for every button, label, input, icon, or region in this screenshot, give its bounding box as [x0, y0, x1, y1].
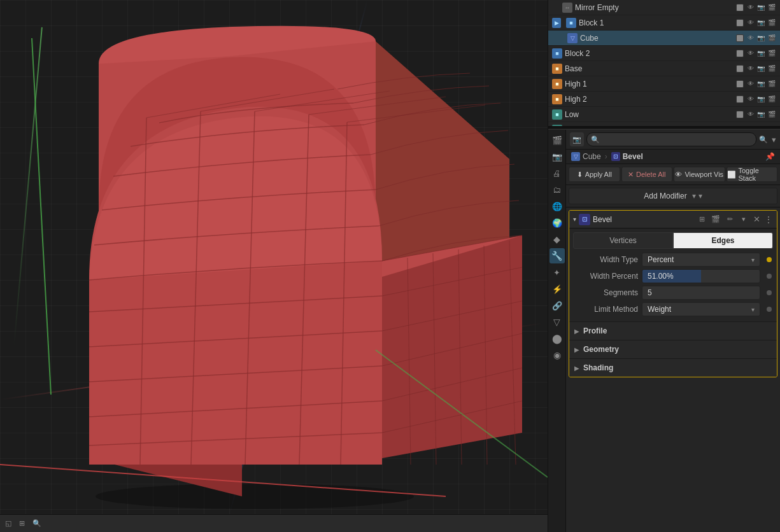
bevel-render-icon[interactable]: 🎬	[710, 214, 721, 225]
geometry-arrow-icon: ▶	[574, 346, 579, 353]
outliner-item-final[interactable]: ■ Final 👁 📷 🎬	[548, 122, 780, 127]
width-percent-row: Width Percent 51.00%	[569, 268, 777, 284]
object-prop-icon[interactable]: ◆	[550, 232, 565, 247]
bevel-modifier-header: ▾ ⊡ Bevel ⊞ 🎬 ✏ ▾ ✕ ⋮	[569, 211, 777, 228]
block1-vis-checkbox[interactable]	[736, 19, 744, 27]
outliner-item-high2[interactable]: ■ High 2 👁 📷 🎬	[548, 92, 780, 107]
vertices-tab-label: Vertices	[609, 236, 637, 245]
breadcrumb-bevel[interactable]: ⊡ Bevel	[611, 152, 643, 161]
render-prop-icon[interactable]: 📷	[550, 149, 565, 164]
svg-line-37	[32, 38, 51, 395]
shading-collapse-header[interactable]: ▶ Shading	[569, 359, 777, 377]
output-prop-icon[interactable]: 🖨	[550, 165, 565, 181]
constraints-icon[interactable]: 🔗	[550, 298, 565, 313]
physics-icon[interactable]: ⚡	[550, 281, 565, 297]
cube-actions: 👁 📷 🎬	[736, 34, 776, 42]
cube-eye-icon[interactable]: 👁	[747, 34, 755, 41]
block2-cam-icon[interactable]: 📷	[756, 50, 765, 57]
bevel-close-button[interactable]: ✕	[752, 214, 762, 224]
base-render-icon[interactable]: 🎬	[767, 65, 776, 72]
scene-prop-icon[interactable]: 🎬	[550, 132, 565, 148]
breadcrumb: ▽ Cube › ⊡ Bevel 📌	[566, 150, 780, 164]
segments-keyframe-dot[interactable]	[767, 290, 772, 295]
outliner-item-cube[interactable]: ▽ Cube 👁 📷 🎬	[548, 31, 780, 46]
block1-render-icon[interactable]: 🎬	[767, 19, 776, 26]
limit-method-keyframe-dot[interactable]	[767, 307, 772, 312]
block2-render-icon[interactable]: 🎬	[767, 50, 776, 57]
bevel-expand-icon[interactable]: ▾	[573, 216, 576, 223]
modifier-action-buttons: ⬇ Apply All ✕ Delete All 👁 Viewport Vis …	[566, 164, 780, 185]
prop-dropdown-icon[interactable]: ▾	[772, 135, 776, 144]
mirror-empty-actions: 👁 📷 🎬	[736, 4, 776, 11]
geometry-collapse-header[interactable]: ▶ Geometry	[569, 340, 777, 358]
property-search-input[interactable]	[586, 132, 756, 146]
viewport-zoom-icon[interactable]: 🔍	[32, 519, 41, 528]
breadcrumb-cube[interactable]: ▽ Cube	[571, 152, 601, 161]
base-cam-icon[interactable]: 📷	[756, 65, 765, 72]
render-icon[interactable]: 🎬	[767, 4, 776, 11]
outliner-item-high1[interactable]: ■ High 1 👁 📷 🎬	[548, 76, 780, 92]
cube-mesh-icon: ▽	[567, 33, 578, 43]
block2-eye-icon[interactable]: 👁	[747, 50, 755, 57]
cube-cam-icon[interactable]: 📷	[756, 34, 765, 41]
segments-label: Segments	[574, 288, 638, 297]
block2-vis-checkbox[interactable]	[736, 50, 744, 57]
profile-arrow-icon: ▶	[574, 328, 579, 335]
block2-actions: 👁 📷 🎬	[736, 50, 776, 57]
geometry-label: Geometry	[583, 345, 619, 354]
particles-icon[interactable]: ✦	[550, 265, 565, 280]
limit-method-value[interactable]: Weight ▾	[642, 302, 760, 316]
cube-render-icon[interactable]: 🎬	[767, 34, 776, 41]
data-icon[interactable]: ▽	[550, 314, 565, 330]
outliner-item-block2[interactable]: ■ Block 2 👁 📷 🎬	[548, 46, 780, 61]
3d-viewport[interactable]: ◱ ⊞ 🔍	[0, 0, 548, 532]
prop-header-icon[interactable]: 📷	[570, 132, 584, 146]
scene2-icon[interactable]: 🌐	[550, 199, 565, 214]
width-type-row: Width Type Percent ▾	[569, 251, 777, 268]
bevel-editmode-icon[interactable]: ✏	[724, 214, 735, 225]
view-layer-icon[interactable]: 🗂	[550, 182, 565, 197]
modifier-prop-icon[interactable]: 🔧	[550, 248, 565, 263]
world-icon[interactable]: 🌍	[550, 215, 565, 230]
bevel-edges-tab[interactable]: Edges	[673, 232, 773, 249]
outliner-item-low[interactable]: ■ Low 👁 📷 🎬	[548, 107, 780, 122]
bevel-options-icon[interactable]: ▾	[738, 214, 749, 225]
outliner-item-base[interactable]: ■ Base 👁 📷 🎬	[548, 61, 780, 76]
width-type-label: Width Type	[574, 255, 638, 264]
width-percent-keyframe-dot[interactable]	[767, 274, 772, 279]
camera-icon[interactable]: 📷	[756, 4, 765, 11]
block1-cam-icon[interactable]: 📷	[756, 19, 765, 26]
outliner-item-mirror-empty[interactable]: ↔ Mirror Empty 👁 📷 🎬	[548, 0, 780, 15]
material-icon[interactable]: ⬤	[550, 331, 565, 346]
search-icon[interactable]: 🔍	[759, 136, 768, 144]
block1-eye-icon[interactable]: 👁	[747, 19, 755, 26]
shading-arrow-icon: ▶	[574, 365, 579, 372]
width-percent-value[interactable]: 51.00%	[642, 269, 760, 283]
outliner-item-block1[interactable]: ▶ ■ Block 1 👁 📷 🎬	[548, 15, 780, 31]
viewport-vis-button[interactable]: 👁 Viewport Vis	[674, 167, 725, 182]
bevel-realtime-icon[interactable]: ⊞	[696, 214, 707, 225]
viewport-mode-icon[interactable]: ⊞	[19, 519, 25, 528]
breadcrumb-separator: ›	[605, 152, 607, 161]
eye-icon[interactable]: 👁	[747, 4, 755, 11]
add-modifier-label: Add Modifier	[644, 192, 686, 200]
width-type-value[interactable]: Percent ▾	[642, 253, 760, 267]
shader-icon[interactable]: ◉	[550, 347, 565, 363]
viewport-layout-icon[interactable]: ◱	[5, 519, 11, 528]
apply-all-button[interactable]: ⬇ Apply All	[569, 167, 620, 182]
high2-label: High 2	[565, 95, 736, 104]
pin-icon[interactable]: 📌	[765, 152, 775, 161]
right-panel: ↔ Mirror Empty 👁 📷 🎬 ▶ ■ Block 1 👁 📷 🎬	[548, 0, 780, 532]
bevel-vertices-tab[interactable]: Vertices	[573, 232, 673, 249]
visibility-checkbox[interactable]	[736, 4, 744, 11]
width-type-keyframe-dot[interactable]	[767, 257, 772, 262]
profile-collapse-header[interactable]: ▶ Profile	[569, 322, 777, 340]
delete-all-button[interactable]: ✕ Delete All	[621, 167, 673, 182]
add-modifier-button[interactable]: Add Modifier ▾	[569, 188, 777, 204]
bevel-breadcrumb-icon: ⊡	[611, 152, 620, 161]
base-eye-icon[interactable]: 👁	[747, 65, 755, 72]
bevel-more-button[interactable]: ⋮	[764, 214, 773, 225]
toggle-stack-button[interactable]: ⬜ Toggle Stack	[727, 167, 778, 182]
cube-vis-checkbox[interactable]	[736, 34, 744, 42]
segments-value[interactable]: 5	[642, 286, 760, 300]
